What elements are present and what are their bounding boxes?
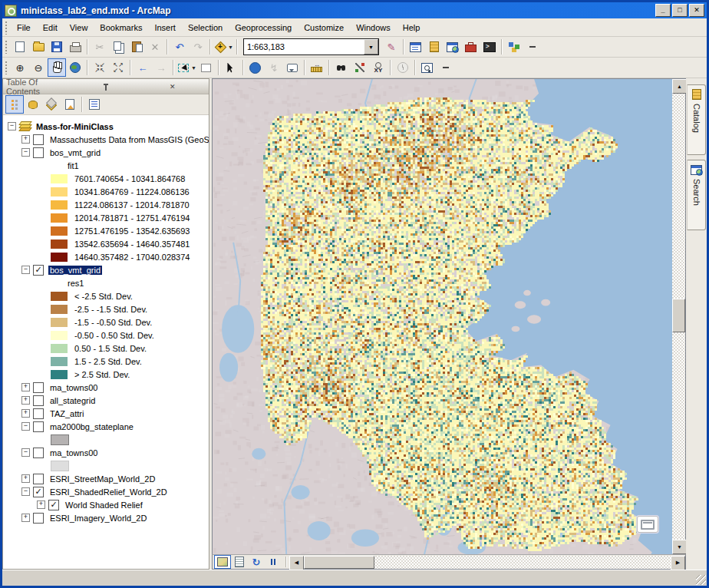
vertical-scroll-thumb[interactable] — [672, 299, 685, 332]
print-button[interactable] — [66, 38, 84, 56]
layer-label[interactable]: 1.5 - 2.5 Std. Dev. — [73, 357, 143, 366]
layer-label[interactable]: 11224.086137 - 12014.781870 — [73, 200, 191, 210]
layer-label[interactable]: -1.5 - -0.50 Std. Dev. — [73, 318, 153, 327]
expand-icon[interactable]: + — [37, 500, 45, 509]
toc-options-button[interactable] — [85, 95, 104, 114]
layer-label[interactable]: ma_towns00 — [48, 383, 99, 392]
scroll-left-icon[interactable]: ◀ — [289, 556, 304, 570]
toc-row-res1[interactable]: res1 — [3, 276, 209, 289]
minimize-button[interactable]: _ — [655, 4, 671, 17]
layer-label[interactable]: Massachusetts Data from MassGIS (GeoS — [48, 135, 209, 144]
toolbar-options-button[interactable] — [437, 58, 455, 77]
titlebar[interactable]: miniclass_lab2_end.mxd - ArcMap _□✕ — [2, 2, 707, 18]
layer-label[interactable]: < -2.5 Std. Dev. — [73, 292, 134, 301]
refresh-view-button[interactable]: ↻ — [248, 555, 265, 569]
legend-item[interactable]: -0.50 - 0.50 Std. Dev. — [3, 329, 209, 342]
list-by-drawing-order-button[interactable] — [5, 95, 24, 114]
forward-extent-button[interactable]: → — [152, 58, 170, 77]
legend-item[interactable]: -2.5 - -1.5 Std. Dev. — [3, 302, 209, 315]
map-horizontal-scrollbar[interactable]: ◀ ▶ — [289, 556, 685, 569]
scroll-down-icon[interactable]: ▼ — [672, 540, 687, 554]
scroll-up-icon[interactable]: ▲ — [672, 79, 687, 94]
layer-checkbox[interactable] — [33, 513, 44, 524]
save-button[interactable] — [48, 38, 66, 56]
layer-label[interactable]: fit1 — [66, 161, 81, 170]
open-button[interactable] — [29, 38, 48, 56]
horizontal-scroll-thumb[interactable] — [304, 556, 374, 569]
layer-label[interactable]: 12014.781871 - 12751.476194 — [73, 213, 191, 223]
layer-label[interactable]: World Shaded Relief — [64, 500, 144, 510]
toc-row-swatch[interactable] — [3, 459, 209, 472]
dropdown-arrow-icon[interactable]: ▼ — [228, 45, 233, 50]
layer-label[interactable]: 12751.476195 - 13542.635693 — [73, 226, 191, 236]
clear-selection-button[interactable] — [197, 58, 216, 77]
zoom-out-button[interactable]: ⊖ — [29, 58, 48, 77]
find-button[interactable] — [332, 58, 351, 77]
undo-button[interactable]: ↶ — [170, 38, 189, 56]
list-by-visibility-button[interactable] — [42, 95, 61, 114]
zoom-in-button[interactable]: ⊕ — [11, 58, 29, 77]
select-features-button[interactable]: ▼ — [176, 58, 197, 77]
close-button[interactable]: ✕ — [689, 4, 704, 17]
expand-icon[interactable]: + — [21, 396, 30, 405]
pan-button[interactable] — [48, 58, 66, 77]
layout-view-button[interactable] — [231, 555, 248, 569]
close-icon[interactable]: ✕ — [139, 81, 206, 92]
layer-label[interactable]: ESRI_ShadedRelief_World_2D — [48, 487, 169, 497]
layer-checkbox[interactable] — [33, 408, 44, 419]
paste-button[interactable] — [127, 38, 146, 56]
toc-row-esri-streetmap-world-2d[interactable]: +ESRI_StreetMap_World_2D — [3, 472, 209, 485]
menu-windows[interactable]: Windows — [350, 21, 397, 35]
legend-item[interactable]: 14640.357482 - 17040.028374 — [3, 250, 209, 263]
menu-selection[interactable]: Selection — [182, 21, 229, 35]
layer-label[interactable]: 13542.635694 - 14640.357481 — [73, 239, 191, 249]
toc-row-esri-imagery-world-2d[interactable]: +ESRI_Imagery_World_2D — [3, 511, 209, 524]
add-data-button[interactable]: ▼ — [213, 38, 234, 56]
collapse-icon[interactable]: − — [21, 148, 30, 157]
menu-view[interactable]: View — [64, 21, 94, 35]
resize-grip[interactable] — [696, 575, 706, 585]
map-scale-input[interactable] — [244, 40, 364, 54]
identify-button[interactable] — [246, 58, 265, 77]
editor-sketch-button[interactable]: ✎ — [382, 38, 401, 56]
toc-row-ma2000bg-stateplane[interactable]: −ma2000bg_stateplane — [3, 420, 209, 433]
redo-button[interactable]: ↷ — [189, 38, 207, 56]
list-by-selection-button[interactable] — [61, 95, 79, 114]
viewer-window-button[interactable] — [418, 58, 437, 77]
measure-button[interactable]: ↔ — [308, 58, 326, 77]
toc-row-ma-towns00[interactable]: +ma_towns00 — [3, 381, 209, 394]
toc-row-taz-attri[interactable]: +TAZ_attri — [3, 407, 209, 420]
catalog-window-button[interactable] — [425, 38, 444, 56]
layer-label[interactable]: Mass-for-MiniClass — [35, 122, 115, 131]
python-button[interactable]: > — [480, 38, 499, 56]
collapse-icon[interactable]: − — [21, 266, 30, 274]
menu-edit[interactable]: Edit — [37, 21, 64, 35]
map-viewport[interactable] — [213, 79, 672, 554]
collapse-icon[interactable]: − — [21, 487, 30, 496]
expand-icon[interactable]: + — [21, 474, 30, 483]
expand-icon[interactable]: + — [21, 409, 30, 418]
layer-label[interactable]: 0.50 - 1.5 Std. Dev. — [73, 344, 148, 353]
layer-checkbox[interactable] — [33, 421, 44, 432]
toc-row-ma-towns00[interactable]: −ma_towns00 — [3, 446, 209, 459]
copy-button[interactable] — [109, 38, 127, 56]
legend-item[interactable]: 10341.864769 - 11224.086136 — [3, 185, 209, 198]
menu-help[interactable]: Help — [397, 21, 427, 35]
table-of-contents-button[interactable] — [407, 38, 425, 56]
fixed-zoom-out-button[interactable]: ↖↗ ↙↘ — [109, 58, 127, 77]
new-map-button[interactable] — [11, 38, 29, 56]
legend-item[interactable]: 0.50 - 1.5 Std. Dev. — [3, 342, 209, 355]
layer-label[interactable]: res1 — [66, 279, 85, 288]
layer-label[interactable]: bos_vmt_grid — [48, 148, 102, 157]
menu-geoprocessing[interactable]: Geoprocessing — [229, 21, 298, 35]
layer-label[interactable]: ma_towns00 — [48, 448, 99, 458]
layer-label[interactable]: TAZ_attri — [48, 409, 85, 418]
pin-icon[interactable] — [73, 81, 140, 92]
find-route-button[interactable] — [351, 58, 369, 77]
search-tab[interactable]: Search — [687, 160, 706, 230]
map-scale-combo[interactable]: ▼ — [243, 38, 379, 55]
toc-row-fit1[interactable]: fit1 — [3, 159, 209, 172]
menu-bookmarks[interactable]: Bookmarks — [94, 21, 148, 35]
search-window-button[interactable] — [444, 38, 462, 56]
scroll-right-icon[interactable]: ▶ — [671, 556, 685, 570]
